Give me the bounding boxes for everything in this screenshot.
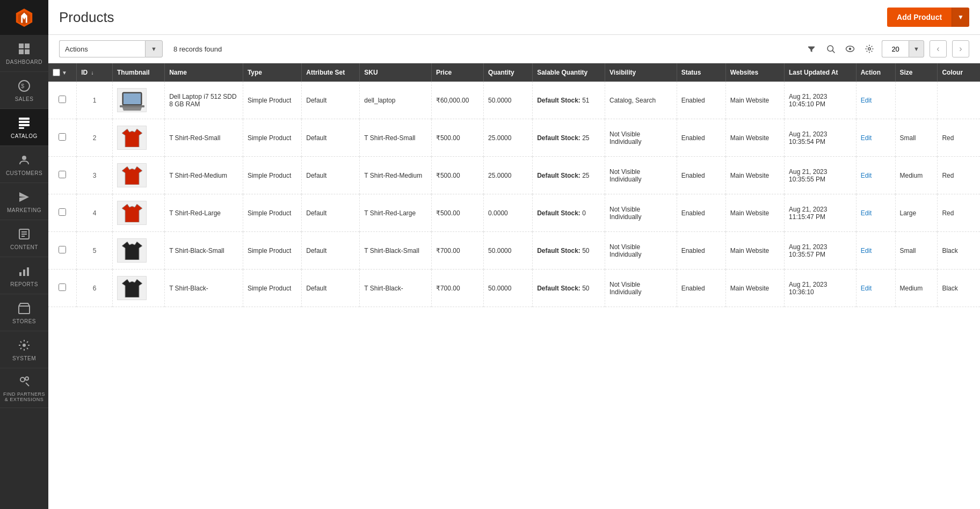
sidebar-item-find-partners[interactable]: FIND PARTNERS & EXTENSIONS (0, 368, 48, 408)
product-type: Simple Product (243, 194, 301, 232)
product-edit-link[interactable]: Edit (861, 209, 872, 217)
svg-point-23 (827, 46, 833, 52)
sidebar-item-dashboard[interactable]: DASHBOARD (0, 35, 48, 72)
select-all-checkbox[interactable] (53, 69, 60, 76)
th-id[interactable]: ID ↓ (77, 63, 113, 82)
sidebar-item-reports[interactable]: REPORTS (0, 257, 48, 294)
dashboard-icon (17, 41, 32, 56)
product-websites: Main Website (725, 157, 784, 194)
product-quantity: 50.0000 (484, 232, 533, 270)
sidebar-item-content[interactable]: CONTENT (0, 220, 48, 257)
product-sku: T Shirt-Red-Large (360, 194, 432, 232)
product-id: 4 (77, 194, 113, 232)
sidebar-item-catalog[interactable]: CATALOG (0, 109, 48, 146)
product-thumbnail (113, 157, 165, 194)
row-checkbox-cell (48, 82, 77, 119)
product-action-cell: Edit (856, 82, 895, 119)
product-edit-link[interactable]: Edit (861, 134, 872, 142)
product-name: T Shirt-Red-Medium (165, 157, 243, 194)
svg-text:$: $ (21, 83, 25, 89)
th-price[interactable]: Price (431, 63, 483, 82)
th-type[interactable]: Type (243, 63, 301, 82)
actions-dropdown-arrow[interactable]: ▼ (145, 40, 163, 57)
sales-icon: $ (17, 78, 32, 93)
product-attribute-set: Default (302, 119, 360, 157)
product-visibility: Not Visible Individually (605, 194, 677, 232)
add-product-button[interactable]: Add Product (887, 8, 952, 27)
per-page-input[interactable]: 20 (882, 40, 909, 57)
row-select-checkbox[interactable] (59, 208, 66, 216)
svg-marker-34 (122, 242, 142, 260)
sidebar-item-marketing[interactable]: MARKETING (0, 183, 48, 220)
product-name: T Shirt-Red-Small (165, 119, 243, 157)
row-select-checkbox[interactable] (59, 133, 66, 141)
product-websites: Main Website (725, 119, 784, 157)
row-select-checkbox[interactable] (59, 171, 66, 178)
th-action: Action (856, 63, 895, 82)
svg-rect-6 (19, 118, 30, 120)
product-price: ₹60,000.00 (431, 82, 483, 119)
product-colour: Red (938, 119, 980, 157)
product-last-updated: Aug 21, 2023 11:15:47 PM (785, 194, 856, 232)
catalog-icon (17, 115, 32, 130)
table-row: 6 T Shirt-Black- Simple Product Default … (48, 270, 980, 307)
svg-rect-30 (120, 105, 144, 107)
next-page-button[interactable]: › (952, 40, 969, 57)
product-edit-link[interactable]: Edit (861, 285, 872, 292)
filter-button[interactable] (804, 42, 818, 56)
th-colour[interactable]: Colour (938, 63, 980, 82)
row-select-checkbox[interactable] (59, 246, 66, 253)
th-visibility[interactable]: Visibility (605, 63, 677, 82)
sidebar-item-label: CUSTOMERS (6, 170, 42, 176)
columns-visibility-button[interactable] (843, 42, 857, 56)
app-logo (0, 0, 48, 35)
row-select-checkbox[interactable] (59, 96, 66, 103)
prev-page-button[interactable]: ‹ (930, 40, 947, 57)
per-page-dropdown-arrow[interactable]: ▼ (909, 40, 924, 57)
reports-icon (17, 264, 32, 279)
th-attribute-set[interactable]: Attribute Set (302, 63, 360, 82)
product-salable-quantity: Default Stock: 50 (533, 270, 605, 307)
svg-marker-11 (19, 192, 29, 202)
row-select-checkbox[interactable] (59, 283, 66, 291)
th-size[interactable]: Size (895, 63, 938, 82)
sidebar-item-customers[interactable]: CUSTOMERS (0, 146, 48, 183)
product-action-cell: Edit (856, 119, 895, 157)
customers-icon (17, 152, 32, 168)
svg-rect-2 (19, 49, 24, 54)
th-websites[interactable]: Websites (725, 63, 784, 82)
product-sku: dell_laptop (360, 82, 432, 119)
settings-button[interactable] (862, 42, 876, 56)
search-button[interactable] (824, 42, 838, 56)
product-quantity: 50.0000 (484, 82, 533, 119)
product-edit-link[interactable]: Edit (861, 97, 872, 104)
th-last-updated-at[interactable]: Last Updated At (785, 63, 856, 82)
actions-dropdown[interactable]: Actions (59, 40, 145, 57)
product-edit-link[interactable]: Edit (861, 247, 872, 255)
toolbar: Actions ▼ 8 records found 20 ▼ ‹ › (48, 35, 980, 63)
product-colour: Black (938, 232, 980, 270)
th-status[interactable]: Status (677, 63, 725, 82)
eye-icon (845, 44, 855, 54)
sidebar-item-stores[interactable]: STORES (0, 294, 48, 331)
th-sku[interactable]: SKU (360, 63, 432, 82)
magento-logo-icon (14, 8, 34, 28)
product-edit-link[interactable]: Edit (861, 172, 872, 179)
select-all-dropdown-arrow[interactable]: ▼ (62, 70, 67, 76)
th-quantity[interactable]: Quantity (484, 63, 533, 82)
th-name[interactable]: Name (165, 63, 243, 82)
sidebar-item-sales[interactable]: $ SALES (0, 72, 48, 109)
product-name: T Shirt-Black- (165, 270, 243, 307)
product-thumbnail (113, 194, 165, 232)
product-id: 1 (77, 82, 113, 119)
svg-point-21 (20, 377, 25, 382)
product-action-cell: Edit (856, 232, 895, 270)
sidebar: DASHBOARD $ SALES CATALOG CUSTOMERS MARK… (0, 0, 48, 509)
table-row: 5 T Shirt-Black-Small Simple Product Def… (48, 232, 980, 270)
add-product-dropdown-button[interactable]: ▼ (952, 8, 969, 27)
th-salable-quantity[interactable]: Salable Quantity (533, 63, 605, 82)
product-websites: Main Website (725, 194, 784, 232)
sidebar-item-label: REPORTS (10, 281, 38, 287)
sidebar-item-system[interactable]: SYSTEM (0, 331, 48, 368)
product-sku: T Shirt-Black- (360, 270, 432, 307)
